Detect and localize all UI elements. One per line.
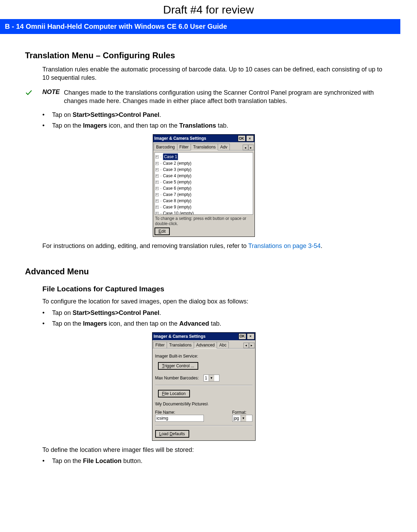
page-header-bar: B - 14 Omnii Hand-Held Computer with Win… [0,19,400,34]
format-label: Format: [232,410,252,415]
tab-abc[interactable]: Abc [217,342,229,348]
section2-steps: Tap on Start>Settings>Control Panel. Tap… [42,309,382,327]
ok-button[interactable]: OK [239,333,246,340]
subsection-heading-file-locations: File Locations for Captured Images [42,285,382,293]
chevron-down-icon: ▼ [209,375,214,381]
case-tree[interactable]: +··Case 1 +··Case 2 (empty) +··Case 3 (e… [155,152,253,215]
ok-button[interactable]: OK [238,135,245,141]
section1-followup: For instructions on adding, editing, and… [42,242,382,250]
tab-scroll-left[interactable]: ◂ [243,145,248,150]
section-heading-advanced: Advanced Menu [25,267,382,276]
section1-intro: Translation rules enable the automatic p… [42,65,382,82]
hint-text: To change a setting: press edit button o… [155,215,253,228]
tab-scroll-right[interactable]: ▸ [249,343,255,348]
note-text: Changes made to the translations configu… [64,88,382,105]
section1-steps: Tap on Start>Settings>Control Panel. Tap… [42,111,382,129]
list-item: Tap on the File Location button. [42,457,382,465]
section2-followup: To define the location where imager file… [42,446,382,454]
advanced-dialog: Imager & Camera Settings OK × Filter Tra… [152,332,256,441]
tab-translations[interactable]: Translations [167,342,194,348]
list-item: Tap on the Imagers icon, and then tap on… [42,122,382,129]
edit-button[interactable]: Edit [155,228,170,235]
max-barcodes-dropdown[interactable]: 1▼ [203,375,219,381]
filename-label: File Name: [155,410,226,415]
builtin-service-label: Imager Built-in Service: [155,354,252,359]
tab-advanced[interactable]: Advanced [194,342,217,349]
trigger-control-button[interactable]: Trigger Control ... [158,362,199,370]
draft-banner: Draft #4 for review [0,0,417,19]
chevron-down-icon: ▼ [241,415,246,421]
max-barcodes-row: Max Number Barcodes: 1▼ [155,375,252,381]
close-button[interactable]: × [246,135,254,141]
translations-link[interactable]: Translations on page 3-54 [248,242,320,249]
tab-barcoding[interactable]: Barcoding [154,144,177,150]
max-barcodes-label: Max Number Barcodes: [155,376,199,380]
section2-intro: To configure the location for saved imag… [42,297,382,306]
note-block: NOTE Changes made to the translations co… [25,88,382,105]
tab-translations[interactable]: Translations [191,144,218,151]
tab-scroll-right[interactable]: ▸ [248,145,254,150]
path-text: \My Documents\My Pictures\ [155,402,252,406]
tab-filter[interactable]: Filter [153,342,167,348]
dialog-titlebar: Imager & Camera Settings OK × [153,135,255,142]
list-item: Tap on Start>Settings>Control Panel. [42,111,382,119]
file-location-button[interactable]: File Location [158,390,190,397]
dialog-titlebar: Imager & Camera Settings OK × [152,333,255,340]
close-button[interactable]: × [247,333,255,340]
tab-scroll-left[interactable]: ◂ [243,343,249,348]
tab-strip: Barcoding Filter Translations Adv ◂ ▸ [153,142,255,151]
dialog-title: Imager & Camera Settings [155,136,237,141]
translations-dialog: Imager & Camera Settings OK × Barcoding … [153,134,255,237]
tab-filter[interactable]: Filter [177,144,191,150]
dialog-title: Imager & Camera Settings [154,334,238,339]
checkmark-icon [25,88,42,98]
section2-steps2: Tap on the File Location button. [42,457,382,465]
filename-input[interactable] [155,415,204,422]
tab-adv[interactable]: Adv [218,144,230,150]
format-dropdown[interactable]: jpg▼ [232,415,252,422]
load-defaults-button[interactable]: Load Defaults [155,430,189,438]
note-label: NOTE [42,88,64,96]
list-item: Tap on the Imagers icon, and then tap on… [42,320,382,327]
list-item: Tap on Start>Settings>Control Panel. [42,309,382,317]
section-heading-translation: Translation Menu – Configuring Rules [25,51,382,60]
tab-strip: Filter Translations Advanced Abc ◂ ▸ [152,340,255,349]
